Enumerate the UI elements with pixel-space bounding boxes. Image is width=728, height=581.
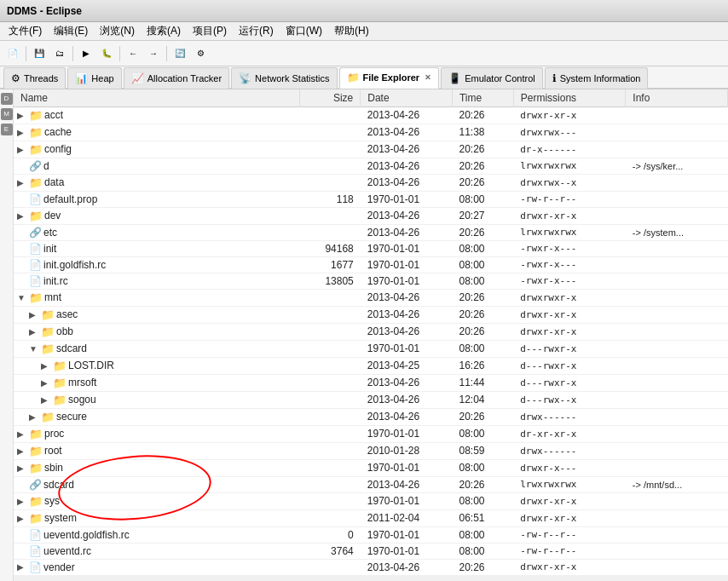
table-row[interactable]: ▶ 📁 sogou 2013-04-26 12:04 d---rwx--x	[14, 391, 728, 408]
table-row[interactable]: ▶ 📁 data 2013-04-26 20:26 drwxrwx--x	[14, 174, 728, 191]
debug-button[interactable]: 🐛	[97, 44, 116, 63]
forward-button[interactable]: →	[144, 44, 163, 63]
table-row[interactable]: 📄 default.prop 118 1970-01-01 08:00 -rw-…	[14, 191, 728, 207]
size-cell	[299, 306, 361, 323]
toggle-icon[interactable]: ▶	[17, 178, 27, 187]
toggle-icon[interactable]: ▶	[17, 211, 27, 221]
table-row[interactable]: ▶ 📁 LOST.DIR 2013-04-25 16:26 d---rwxr-x	[14, 357, 728, 374]
table-row[interactable]: ▶ 📁 acct 2013-04-26 20:26 drwxr-xr-x	[14, 106, 728, 124]
toggle-icon[interactable]: ▼	[17, 293, 27, 302]
menu-item-6[interactable]: 窗口(W)	[280, 22, 327, 40]
table-row[interactable]: ▶ 📁 secure 2013-04-26 20:26 drwx------	[14, 408, 728, 425]
table-row[interactable]: 🔗 d 2013-04-26 20:26 lrwxrwxrwx -> /sys/…	[14, 158, 728, 174]
table-row[interactable]: 📄 ueventd.rc 3764 1970-01-01 08:00 -rw-r…	[14, 543, 728, 559]
tab-close-icon[interactable]: ✕	[425, 73, 431, 82]
toggle-icon[interactable]: ▶	[17, 429, 27, 439]
system-info-icon: ℹ	[552, 72, 557, 84]
menu-item-3[interactable]: 搜索(A)	[142, 22, 186, 40]
new-button[interactable]: 📄	[3, 44, 22, 63]
table-row[interactable]: ▶ 📁 mrsoft 2013-04-26 11:44 d---rwxr-x	[14, 374, 728, 391]
main-layout: D M E Name Size Date Time Permissions In…	[0, 89, 728, 581]
menu-item-0[interactable]: 文件(F)	[3, 22, 47, 40]
toggle-icon[interactable]: ▶	[17, 145, 27, 154]
table-row[interactable]: ▼ 📁 mnt 2013-04-26 20:26 drwxrwxr-x	[14, 289, 728, 306]
time-cell: 08:00	[452, 256, 513, 273]
menu-item-4[interactable]: 项目(P)	[188, 22, 232, 40]
file-name: config	[44, 143, 72, 155]
toggle-icon[interactable]: ▶	[17, 446, 27, 456]
tab-network[interactable]: 📡 Network Statistics	[231, 67, 337, 89]
toggle-icon[interactable]: ▶	[29, 310, 39, 319]
save-all-button[interactable]: 🗂	[50, 44, 69, 63]
tab-system-info[interactable]: ℹ System Information	[545, 67, 649, 89]
toggle-icon[interactable]: ▶	[41, 395, 51, 405]
table-row[interactable]: 🔗 etc 2013-04-26 20:26 lrwxrwxrwx -> /sy…	[14, 224, 728, 240]
tab-threads-label: Threads	[24, 73, 58, 83]
table-row[interactable]: ▶ 📁 system 2011-02-04 06:51 drwxr-xr-x	[14, 509, 728, 526]
table-row[interactable]: ▶ 📄 vender 2013-04-26 20:26 drwxr-xr-x	[14, 559, 728, 575]
network-icon: 📡	[239, 72, 251, 84]
menu-item-2[interactable]: 浏览(N)	[95, 22, 140, 40]
size-cell	[299, 323, 361, 340]
toggle-icon[interactable]: ▶	[41, 378, 51, 388]
file-icon: 📄	[29, 545, 42, 557]
table-row[interactable]: 📄 init.rc 13805 1970-01-01 08:00 -rwxr-x…	[14, 273, 728, 289]
table-row[interactable]: ▶ 📁 sys 1970-01-01 08:00 drwxr-xr-x	[14, 492, 728, 509]
toggle-icon[interactable]: ▶	[29, 412, 39, 422]
name-cell: 🔗 d	[14, 158, 299, 174]
menu-item-1[interactable]: 编辑(E)	[49, 22, 93, 40]
tab-emulator[interactable]: 📱 Emulator Control	[441, 67, 543, 89]
size-cell	[299, 442, 361, 459]
toggle-icon[interactable]: ▶	[17, 562, 27, 572]
toggle-icon[interactable]: ▶	[17, 514, 27, 523]
tab-threads[interactable]: ⚙ Threads	[3, 67, 66, 89]
refresh-button[interactable]: 🔄	[170, 44, 189, 63]
toggle-icon[interactable]: ▶	[29, 327, 39, 337]
date-cell: 2010-01-28	[361, 442, 453, 459]
table-row[interactable]: ▶ 📁 root 2010-01-28 08:59 drwx------	[14, 442, 728, 459]
toggle-icon[interactable]: ▶	[41, 361, 51, 371]
perm-cell: -rwxr-x---	[513, 256, 626, 273]
size-cell: 118	[299, 191, 361, 207]
table-row[interactable]: ▶ 📁 asec 2013-04-26 20:26 drwxr-xr-x	[14, 306, 728, 323]
toggle-icon[interactable]: ▶	[17, 463, 27, 473]
table-row[interactable]: ▶ 📁 cache 2013-04-26 11:38 drwxrwx---	[14, 124, 728, 141]
file-area[interactable]: Name Size Date Time Permissions Info ▶ 📁	[14, 89, 728, 576]
folder-icon: 📁	[29, 176, 43, 189]
time-cell: 06:51	[452, 509, 513, 526]
file-icon: 📄	[29, 561, 42, 573]
table-row[interactable]: ▶ 📁 proc 1970-01-01 08:00 dr-xr-xr-x	[14, 425, 728, 442]
table-row[interactable]: ▶ 📁 dev 2013-04-26 20:27 drwxr-xr-x	[14, 207, 728, 224]
toggle-icon[interactable]: ▶	[17, 111, 27, 120]
table-row[interactable]: ▼ 📁 sdcard 1970-01-01 08:00 d---rwxr-x	[14, 340, 728, 357]
tab-file-explorer[interactable]: 📁 File Explorer ✕	[339, 67, 440, 89]
toggle-icon[interactable]: ▼	[29, 344, 39, 354]
time-cell: 08:00	[452, 240, 513, 256]
table-row[interactable]: 📄 init.goldfish.rc 1677 1970-01-01 08:00…	[14, 256, 728, 273]
table-row[interactable]: 📄 init 94168 1970-01-01 08:00 -rwxr-x---	[14, 240, 728, 256]
settings-button[interactable]: ⚙	[191, 44, 210, 63]
toggle-icon[interactable]: ▶	[17, 128, 27, 137]
run-button[interactable]: ▶	[77, 44, 95, 63]
menu-item-7[interactable]: 帮助(H)	[329, 22, 374, 40]
tab-allocation[interactable]: 📈 Allocation Tracker	[124, 67, 229, 89]
size-cell	[299, 141, 361, 158]
toggle-icon[interactable]: ▶	[17, 497, 27, 506]
size-cell	[299, 425, 361, 442]
tab-system-info-label: System Information	[560, 73, 641, 83]
perm-cell: lrwxrwxrwx	[513, 158, 626, 174]
tab-heap[interactable]: 📊 Heap	[67, 67, 121, 89]
table-row[interactable]: ▶ 📁 obb 2013-04-26 20:26 drwxr-xr-x	[14, 323, 728, 340]
table-row[interactable]: ▶ 📁 config 2013-04-26 20:26 dr-x------	[14, 141, 728, 158]
time-cell: 08:00	[452, 459, 513, 476]
file-explorer-icon: 📁	[347, 72, 360, 83]
back-button[interactable]: ←	[124, 44, 142, 63]
date-cell: 2013-04-26	[361, 207, 453, 224]
info-cell	[626, 207, 728, 224]
save-button[interactable]: 💾	[30, 44, 49, 63]
table-row[interactable]: 🔗 sdcard 2013-04-26 20:26 lrwxrwxrwx -> …	[14, 476, 728, 492]
table-row[interactable]: ▶ 📁 sbin 1970-01-01 08:00 drwxr-x---	[14, 459, 728, 476]
menu-item-5[interactable]: 运行(R)	[234, 22, 279, 40]
date-cell: 2013-04-26	[361, 224, 453, 240]
table-row[interactable]: 📄 ueventd.goldfish.rc 0 1970-01-01 08:00…	[14, 526, 728, 543]
